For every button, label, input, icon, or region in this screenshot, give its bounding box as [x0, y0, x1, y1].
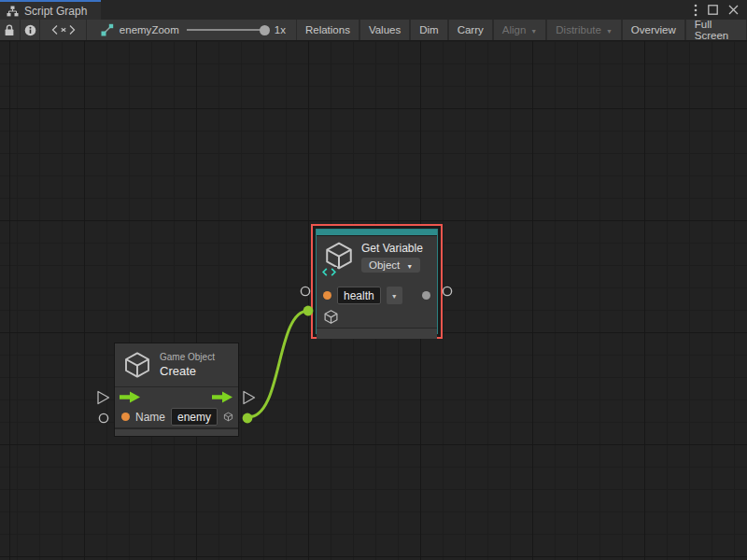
flow-input-arrow-icon[interactable]: [120, 391, 141, 403]
value-output-edge-port[interactable]: [443, 287, 451, 295]
graph-name: enemy: [120, 24, 152, 35]
zoom-control: Zoom 1x: [151, 20, 296, 40]
node-title: Create: [160, 364, 215, 378]
relations-button[interactable]: Relations: [296, 20, 359, 40]
name-input-port[interactable]: [121, 413, 130, 421]
zoom-slider[interactable]: [187, 29, 267, 31]
zoom-label: Zoom: [151, 24, 178, 35]
node-title: Get Variable: [361, 242, 423, 255]
dropdown-arrow-icon: ▼: [530, 27, 537, 34]
name-label: Name: [135, 411, 165, 424]
graph-canvas[interactable]: Get Variable Object ▼ health ▼: [0, 41, 747, 560]
maximize-icon[interactable]: [708, 5, 718, 15]
graph-breadcrumb[interactable]: enemy: [87, 20, 152, 40]
variable-scope-dropdown[interactable]: Object ▼: [361, 258, 420, 273]
info-icon: [24, 24, 36, 36]
node-footer: [317, 328, 437, 339]
lock-button[interactable]: [0, 20, 21, 40]
game-object-port-icon: [323, 309, 339, 325]
value-output-port[interactable]: [422, 291, 430, 300]
object-input-edge-port[interactable]: [303, 306, 314, 316]
variable-picker-dropdown[interactable]: ▼: [387, 287, 402, 304]
script-graph-icon: [7, 6, 19, 17]
script-graph-window: Script Graph: [0, 0, 747, 560]
variable-name-input-port[interactable]: [323, 291, 331, 300]
variable-name-edge-port[interactable]: [301, 287, 309, 295]
code-view-button[interactable]: [40, 20, 87, 40]
dropdown-arrow-icon: ▼: [391, 293, 398, 300]
variable-name-field[interactable]: health: [337, 287, 381, 304]
overflow-menu-icon[interactable]: [694, 4, 698, 17]
align-button[interactable]: Align▼: [493, 20, 547, 40]
info-button[interactable]: [21, 20, 41, 40]
zoom-value: 1x: [275, 24, 286, 35]
window-controls: [694, 0, 747, 20]
toolbar: enemy Zoom 1x Relations Values Dim Carry…: [0, 20, 747, 41]
dropdown-arrow-icon: ▼: [406, 262, 413, 269]
connection-wire[interactable]: [248, 311, 308, 417]
zoom-slider-handle[interactable]: [260, 25, 270, 35]
name-edge-port[interactable]: [99, 413, 107, 422]
graph-edge-icon: [101, 23, 114, 36]
variable-accent-bar: [317, 230, 437, 236]
tab-title: Script Graph: [24, 5, 87, 18]
dropdown-arrow-icon: ▼: [606, 27, 613, 34]
flow-input-edge-port[interactable]: [98, 392, 109, 404]
node-game-object-create[interactable]: Game Object Create Name enemy: [114, 343, 239, 437]
name-field[interactable]: enemy: [171, 408, 218, 426]
game-object-output-icon: [223, 409, 233, 425]
lock-icon: [4, 24, 15, 36]
close-icon[interactable]: [728, 5, 739, 15]
values-button[interactable]: Values: [359, 20, 410, 40]
carry-button[interactable]: Carry: [448, 20, 493, 40]
game-object-icon: [122, 350, 152, 380]
tab-script-graph[interactable]: Script Graph: [0, 0, 101, 20]
dim-button[interactable]: Dim: [410, 20, 447, 40]
fullscreen-button[interactable]: Full Screen: [685, 20, 747, 40]
node-footer: [115, 428, 238, 436]
node-get-variable[interactable]: Get Variable Object ▼ health ▼: [316, 229, 438, 334]
flow-output-arrow-icon[interactable]: [212, 391, 233, 403]
titlebar: Script Graph: [0, 0, 747, 20]
overview-button[interactable]: Overview: [622, 20, 685, 40]
code-overlay-icon: [320, 267, 337, 276]
object-variable-icon: [323, 240, 355, 275]
code-brackets-icon: [51, 24, 76, 35]
flow-output-edge-port[interactable]: [244, 392, 255, 404]
game-object-output-edge-port[interactable]: [243, 413, 253, 424]
node-category: Game Object: [160, 352, 215, 362]
distribute-button[interactable]: Distribute▼: [546, 20, 622, 40]
